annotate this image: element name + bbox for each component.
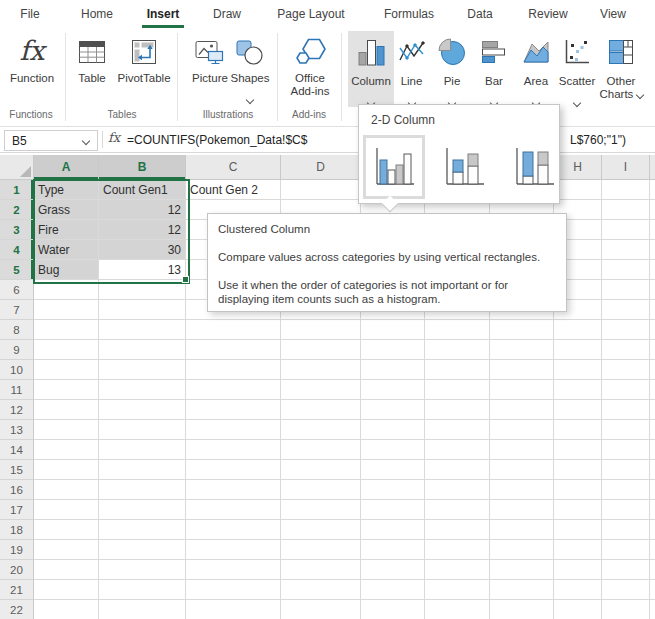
cell-hidden-4-12[interactable] [361,400,425,420]
cell-hidden-9-12[interactable] [650,400,655,420]
cell-hidden-9-17[interactable] [650,500,655,520]
tab-view[interactable]: View [600,7,626,21]
cell-hidden-6-10[interactable] [490,360,554,380]
cell-I19[interactable] [602,540,650,560]
cell-A8[interactable] [34,320,99,340]
cell-B21[interactable] [99,580,186,600]
line-chart-button[interactable]: Line [393,31,430,107]
cell-A21[interactable] [34,580,99,600]
cell-D15[interactable] [281,460,361,480]
cell-C12[interactable] [186,400,281,420]
cell-A14[interactable] [34,440,99,460]
row-header-12[interactable]: 12 [0,400,34,420]
tab-home[interactable]: Home [81,7,113,21]
cell-A4[interactable]: Water [34,240,99,260]
tab-review[interactable]: Review [528,7,567,21]
row-header-21[interactable]: 21 [0,580,34,600]
cell-hidden-9-20[interactable] [650,560,655,580]
cell-hidden-9-10[interactable] [650,360,655,380]
area-chart-button[interactable]: Area [515,31,557,107]
pivottable-button[interactable]: PivotTable [114,30,174,85]
row-header-3[interactable]: 3 [0,220,34,240]
100-stacked-column-option[interactable] [503,135,565,199]
cell-B9[interactable] [99,340,186,360]
tab-draw[interactable]: Draw [213,7,241,21]
cell-I1[interactable] [602,180,650,200]
scatter-chart-button[interactable]: Scatter [554,31,600,107]
column-header-B[interactable]: B [99,155,186,180]
cell-I5[interactable] [602,260,650,280]
cell-D20[interactable] [281,560,361,580]
cell-C10[interactable] [186,360,281,380]
cell-hidden-9-18[interactable] [650,520,655,540]
row-header-19[interactable]: 19 [0,540,34,560]
tab-page-layout[interactable]: Page Layout [277,7,344,21]
cell-D17[interactable] [281,500,361,520]
row-header-10[interactable]: 10 [0,360,34,380]
cell-hidden-4-22[interactable] [361,600,425,619]
cell-A11[interactable] [34,380,99,400]
column-header-D[interactable]: D [281,155,361,180]
cell-hidden-6-16[interactable] [490,480,554,500]
cell-A19[interactable] [34,540,99,560]
cell-C14[interactable] [186,440,281,460]
cell-hidden-9-15[interactable] [650,460,655,480]
cell-D14[interactable] [281,440,361,460]
cell-A2[interactable]: Grass [34,200,99,220]
cell-I17[interactable] [602,500,650,520]
cell-hidden-6-22[interactable] [490,600,554,619]
cell-C9[interactable] [186,340,281,360]
cell-H19[interactable] [554,540,602,560]
tab-data[interactable]: Data [467,7,492,21]
cell-hidden-5-20[interactable] [425,560,490,580]
cell-hidden-5-16[interactable] [425,480,490,500]
cell-B5[interactable]: 13 [99,260,186,280]
cell-B14[interactable] [99,440,186,460]
cell-I2[interactable] [602,200,650,220]
selection-fill-handle[interactable] [182,276,189,283]
cell-hidden-6-12[interactable] [490,400,554,420]
name-box[interactable]: B5 [4,130,98,151]
cell-hidden-6-21[interactable] [490,580,554,600]
cell-B2[interactable]: 12 [99,200,186,220]
cell-I18[interactable] [602,520,650,540]
cell-I12[interactable] [602,400,650,420]
column-header-C[interactable]: C [186,155,281,180]
cell-D8[interactable] [281,320,361,340]
cell-H9[interactable] [554,340,602,360]
column-header-A[interactable]: A [34,155,99,180]
cell-B18[interactable] [99,520,186,540]
cell-hidden-9-7[interactable] [650,300,655,320]
cell-hidden-6-14[interactable] [490,440,554,460]
cell-H11[interactable] [554,380,602,400]
cell-hidden-6-15[interactable] [490,460,554,480]
row-header-6[interactable]: 6 [0,280,34,300]
cell-hidden-4-18[interactable] [361,520,425,540]
cell-A13[interactable] [34,420,99,440]
cell-A15[interactable] [34,460,99,480]
cell-hidden-4-11[interactable] [361,380,425,400]
bar-chart-button[interactable]: Bar [476,31,512,107]
other-charts-button[interactable]: Other Charts [596,31,646,107]
row-header-1[interactable]: 1 [0,180,34,200]
cell-I11[interactable] [602,380,650,400]
cell-hidden-6-11[interactable] [490,380,554,400]
cell-B4[interactable]: 30 [99,240,186,260]
row-header-13[interactable]: 13 [0,420,34,440]
formula-input[interactable]: =COUNTIFS(Pokemon_Data!$C$ [127,133,358,147]
cell-H17[interactable] [554,500,602,520]
cell-H20[interactable] [554,560,602,580]
cell-D16[interactable] [281,480,361,500]
cell-C20[interactable] [186,560,281,580]
cell-H16[interactable] [554,480,602,500]
row-header-14[interactable]: 14 [0,440,34,460]
cell-C15[interactable] [186,460,281,480]
cell-B19[interactable] [99,540,186,560]
cell-hidden-6-8[interactable] [490,320,554,340]
cell-H10[interactable] [554,360,602,380]
cell-B17[interactable] [99,500,186,520]
cell-hidden-4-13[interactable] [361,420,425,440]
row-header-15[interactable]: 15 [0,460,34,480]
cell-I9[interactable] [602,340,650,360]
cell-hidden-4-10[interactable] [361,360,425,380]
